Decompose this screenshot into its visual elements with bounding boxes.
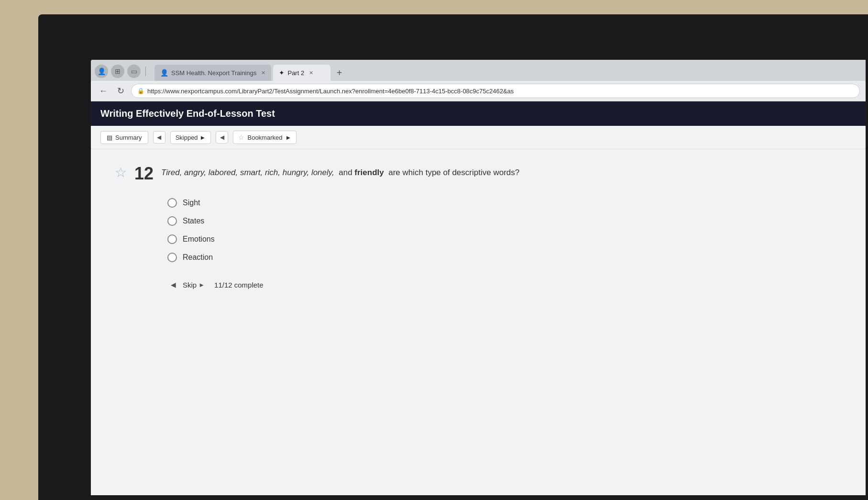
skip-label: Skip — [183, 281, 197, 289]
radio-emotions[interactable] — [167, 234, 177, 244]
summary-label: Summary — [115, 134, 142, 141]
summary-button[interactable]: ▤ Summary — [100, 131, 148, 144]
answer-label-states: States — [183, 217, 204, 225]
tab-ssm-close[interactable]: ✕ — [261, 70, 265, 76]
tab-ssm-health[interactable]: 👤 SSM Health. Nexport Trainings ✕ — [154, 65, 271, 81]
bottom-navigation: ◀ Skip ► 11/12 complete — [115, 279, 851, 290]
answers-container: Sight States Emotions Reaction — [115, 198, 851, 262]
address-text: https://www.nexportcampus.com/LibraryPar… — [147, 88, 514, 95]
radio-states[interactable] — [167, 216, 177, 226]
question-text-bold: friendly — [354, 168, 384, 177]
answer-option-a[interactable]: Sight — [167, 198, 851, 208]
tab-ssm-label: SSM Health. Nexport Trainings — [171, 69, 256, 77]
skip-arrow-icon: ► — [198, 281, 205, 289]
prev-skipped-button[interactable]: ◀ — [153, 131, 165, 144]
answer-option-b[interactable]: States — [167, 216, 851, 226]
lock-icon: 🔒 — [137, 88, 144, 94]
skip-button[interactable]: Skip ► — [183, 281, 205, 289]
skipped-button[interactable]: Skipped ► — [170, 131, 211, 144]
app-title: Writing Effectively End-of-Lesson Test — [100, 108, 275, 119]
divider — [145, 67, 146, 76]
radio-reaction[interactable] — [167, 253, 177, 262]
answer-label-reaction: Reaction — [183, 253, 213, 262]
answer-option-d[interactable]: Reaction — [167, 253, 851, 262]
question-text-italic: Tired, angry, labored, smart, rich, hung… — [161, 168, 334, 177]
question-bookmark-star[interactable]: ☆ — [115, 165, 127, 180]
window-icon[interactable]: ▭ — [127, 65, 141, 78]
back-button[interactable]: ← — [97, 84, 110, 98]
prev-question-button[interactable]: ◀ — [167, 279, 179, 290]
prev-bookmarked-button[interactable]: ◀ — [216, 131, 228, 144]
address-bar-area: ← ↻ 🔒 https://www.nexportcampus.com/Libr… — [91, 81, 866, 101]
tab-bar: 👤 ⊞ ▭ 👤 SSM Health. Nexport Trainings ✕ … — [91, 60, 866, 81]
app-header: Writing Effectively End-of-Lesson Test — [91, 101, 866, 126]
question-number: 12 — [134, 164, 154, 184]
question-row: ☆ 12 Tired, angry, labored, smart, rich,… — [115, 164, 851, 184]
next-bookmarked-icon: ► — [285, 134, 291, 141]
profile-icon[interactable]: 👤 — [95, 65, 108, 78]
browser-controls: 👤 ⊞ ▭ — [95, 65, 148, 78]
quiz-toolbar: ▤ Summary ◀ Skipped ► ◀ ☆ Bookmarked ► — [91, 126, 866, 149]
radio-sight[interactable] — [167, 198, 177, 208]
tab-part2-label: Part 2 — [287, 69, 304, 77]
new-tab-button[interactable]: + — [332, 66, 346, 79]
skipped-label: Skipped — [176, 134, 198, 141]
page-content: Writing Effectively End-of-Lesson Test ▤… — [91, 101, 866, 495]
tab-ssm-icon: 👤 — [160, 69, 168, 77]
address-bar[interactable]: 🔒 https://www.nexportcampus.com/LibraryP… — [131, 84, 860, 98]
tab-part2[interactable]: ✦ Part 2 ✕ — [273, 65, 330, 81]
question-area: ☆ 12 Tired, angry, labored, smart, rich,… — [91, 149, 866, 305]
reload-button[interactable]: ↻ — [114, 84, 127, 98]
answer-option-c[interactable]: Emotions — [167, 234, 851, 244]
tab-part2-icon: ✦ — [279, 69, 285, 77]
answer-label-emotions: Emotions — [183, 235, 215, 244]
bookmark-star-icon: ☆ — [238, 133, 244, 141]
browser-window: 👤 ⊞ ▭ 👤 SSM Health. Nexport Trainings ✕ … — [91, 60, 866, 495]
tab-part2-close[interactable]: ✕ — [309, 70, 313, 76]
question-text: Tired, angry, labored, smart, rich, hung… — [161, 164, 519, 179]
summary-icon: ▤ — [107, 134, 112, 141]
bookmarked-label: Bookmarked — [247, 134, 282, 141]
progress-text: 11/12 complete — [214, 281, 264, 289]
answer-label-sight: Sight — [183, 199, 200, 207]
next-skipped-icon: ► — [200, 134, 206, 141]
grid-icon[interactable]: ⊞ — [111, 65, 124, 78]
monitor-bezel: 👤 ⊞ ▭ 👤 SSM Health. Nexport Trainings ✕ … — [38, 14, 868, 500]
bookmarked-button[interactable]: ☆ Bookmarked ► — [233, 131, 297, 144]
